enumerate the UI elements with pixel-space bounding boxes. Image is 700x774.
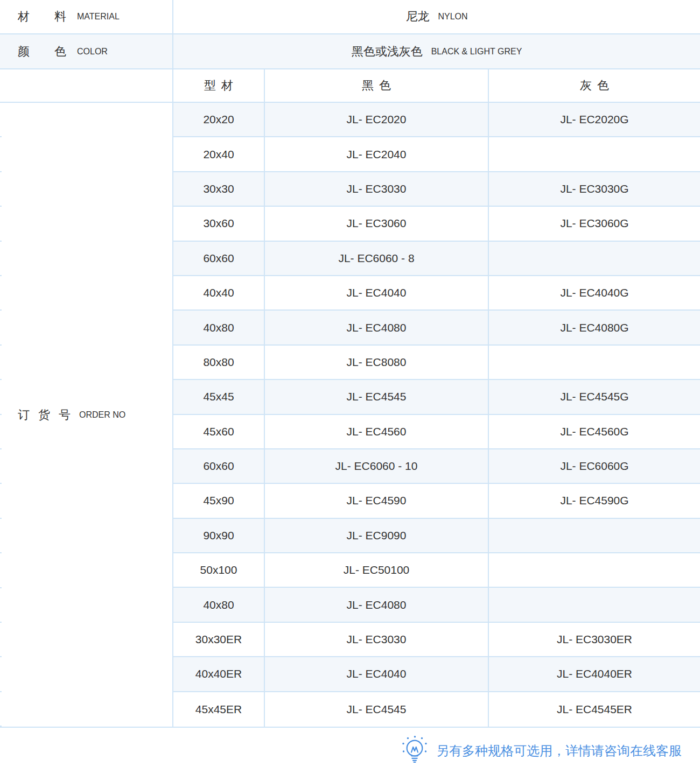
table-row: 40x40ER JL- EC4040 JL- EC4040ER xyxy=(173,657,700,692)
grey-code-cell: JL- EC4040G xyxy=(489,276,700,309)
table-row: 45x90 JL- EC4590 JL- EC4590G xyxy=(173,484,700,518)
table-row: 40x80 JL- EC4080 JL- EC4080G xyxy=(173,311,700,345)
profile-cell: 90x90 xyxy=(173,519,265,552)
grey-code-cell: JL- EC3060G xyxy=(489,207,700,240)
black-column-label: 黑色 xyxy=(356,78,396,94)
profile-cell: 40x80 xyxy=(173,588,265,621)
grey-code-cell: JL- EC4080G xyxy=(489,311,700,344)
material-value-cell: 尼龙 NYLON xyxy=(173,0,700,33)
material-value-zh: 尼龙 xyxy=(405,9,429,25)
profile-column-label: 型材 xyxy=(199,78,239,94)
black-column-header: 黑色 xyxy=(265,69,489,102)
column-header-row: 型材 黑色 灰色 xyxy=(0,69,700,103)
black-code-cell: JL- EC4560 xyxy=(265,415,489,448)
profile-cell: 40x80 xyxy=(173,311,265,344)
black-code-cell: JL- EC6060 - 10 xyxy=(265,449,489,483)
profile-cell: 45x45ER xyxy=(173,692,265,727)
table-row: 40x80 JL- EC4080 xyxy=(173,588,700,622)
footer-note-text: 另有多种规格可选用，详情请咨询在线客服 xyxy=(436,742,682,759)
table-row: 30x60 JL- EC3060 JL- EC3060G xyxy=(173,207,700,241)
color-label-en: COLOR xyxy=(77,47,108,57)
black-code-cell: JL- EC4545 xyxy=(265,692,489,727)
profile-cell: 50x100 xyxy=(173,553,265,587)
material-row: 材料 MATERIAL 尼龙 NYLON xyxy=(0,0,700,34)
row-divider-ticks xyxy=(0,103,2,727)
profile-cell: 30x30ER xyxy=(173,623,265,656)
profile-cell: 60x60 xyxy=(173,242,265,275)
material-label-en: MATERIAL xyxy=(77,12,120,22)
table-row: 30x30 JL- EC3030 JL- EC3030G xyxy=(173,172,700,207)
grey-code-cell: JL- EC4040ER xyxy=(489,657,700,691)
data-rows: 20x20 JL- EC2020 JL- EC2020G 20x40 JL- E… xyxy=(173,103,700,727)
table-row: 45x60 JL- EC4560 JL- EC4560G xyxy=(173,415,700,449)
color-value-cell: 黑色或浅灰色 BLACK & LIGHT GREY xyxy=(173,34,700,68)
black-code-cell: JL- EC4040 xyxy=(265,657,489,691)
profile-cell: 80x80 xyxy=(173,346,265,379)
black-code-cell: JL- EC3030 xyxy=(265,172,489,206)
color-value-en: BLACK & LIGHT GREY xyxy=(431,47,522,57)
table-row: 90x90 JL- EC9090 xyxy=(173,519,700,553)
table-row: 30x30ER JL- EC3030 JL- EC3030ER xyxy=(173,623,700,657)
table-row: 45x45 JL- EC4545 JL- EC4545G xyxy=(173,380,700,414)
grey-code-cell: JL- EC3030ER xyxy=(489,623,700,656)
profile-cell: 30x30 xyxy=(173,172,265,206)
lightbulb-icon xyxy=(401,736,429,766)
order-no-label-zh: 订货号 xyxy=(18,407,79,423)
color-row: 颜色 COLOR 黑色或浅灰色 BLACK & LIGHT GREY xyxy=(0,34,700,69)
order-no-label-en: ORDER NO xyxy=(79,410,125,420)
black-code-cell: JL- EC50100 xyxy=(265,553,489,587)
table-row: 45x45ER JL- EC4545 JL- EC4545ER xyxy=(173,692,700,727)
order-table-body: 订货号 ORDER NO 20x20 JL- EC2020 JL- EC2020… xyxy=(0,103,700,728)
color-label-cell: 颜色 COLOR xyxy=(0,34,173,68)
grey-code-cell: JL- EC4560G xyxy=(489,415,700,448)
profile-cell: 45x60 xyxy=(173,415,265,448)
black-code-cell: JL- EC9090 xyxy=(265,519,489,552)
profile-column-header: 型材 xyxy=(173,69,265,102)
black-code-cell: JL- EC8080 xyxy=(265,346,489,379)
grey-code-cell xyxy=(489,242,700,275)
grey-code-cell xyxy=(489,137,700,171)
profile-cell: 45x45 xyxy=(173,380,265,413)
black-code-cell: JL- EC4080 xyxy=(265,311,489,344)
grey-code-cell xyxy=(489,346,700,379)
black-code-cell: JL- EC3060 xyxy=(265,207,489,240)
material-value-en: NYLON xyxy=(438,12,467,22)
footer-note: 另有多种规格可选用，详情请咨询在线客服 xyxy=(0,728,700,774)
table-row: 40x40 JL- EC4040 JL- EC4040G xyxy=(173,276,700,311)
profile-cell: 45x90 xyxy=(173,484,265,517)
empty-header-cell xyxy=(0,69,173,102)
profile-cell: 60x60 xyxy=(173,449,265,483)
profile-cell: 40x40 xyxy=(173,276,265,309)
black-code-cell: JL- EC4545 xyxy=(265,380,489,413)
profile-cell: 20x20 xyxy=(173,103,265,136)
black-code-cell: JL- EC2040 xyxy=(265,137,489,171)
grey-code-cell: JL- EC3030G xyxy=(489,172,700,206)
black-code-cell: JL- EC4080 xyxy=(265,588,489,621)
black-code-cell: JL- EC4590 xyxy=(265,484,489,517)
table-row: 80x80 JL- EC8080 xyxy=(173,346,700,380)
black-code-cell: JL- EC6060 - 8 xyxy=(265,242,489,275)
grey-code-cell: JL- EC4545ER xyxy=(489,692,700,727)
table-row: 60x60 JL- EC6060 - 10 JL- EC6060G xyxy=(173,449,700,484)
grey-column-label: 灰色 xyxy=(575,78,614,94)
table-row: 20x40 JL- EC2040 xyxy=(173,137,700,172)
grey-code-cell xyxy=(489,553,700,587)
order-no-cell: 订货号 ORDER NO xyxy=(0,103,173,727)
grey-code-cell: JL- EC2020G xyxy=(489,103,700,136)
table-row: 60x60 JL- EC6060 - 8 xyxy=(173,242,700,276)
grey-code-cell xyxy=(489,519,700,552)
black-code-cell: JL- EC3030 xyxy=(265,623,489,656)
grey-column-header: 灰色 xyxy=(489,69,700,102)
table-row: 20x20 JL- EC2020 JL- EC2020G xyxy=(173,103,700,137)
grey-code-cell: JL- EC4545G xyxy=(489,380,700,413)
profile-cell: 20x40 xyxy=(173,137,265,171)
black-code-cell: JL- EC2020 xyxy=(265,103,489,136)
spec-table-page: 材料 MATERIAL 尼龙 NYLON 颜色 COLOR 黑色或浅灰色 BLA… xyxy=(0,0,700,774)
table-row: 50x100 JL- EC50100 xyxy=(173,553,700,588)
grey-code-cell: JL- EC4590G xyxy=(489,484,700,517)
material-label-cell: 材料 MATERIAL xyxy=(0,0,173,33)
black-code-cell: JL- EC4040 xyxy=(265,276,489,309)
profile-cell: 30x60 xyxy=(173,207,265,240)
color-value-zh: 黑色或浅灰色 xyxy=(352,44,423,60)
grey-code-cell xyxy=(489,588,700,621)
